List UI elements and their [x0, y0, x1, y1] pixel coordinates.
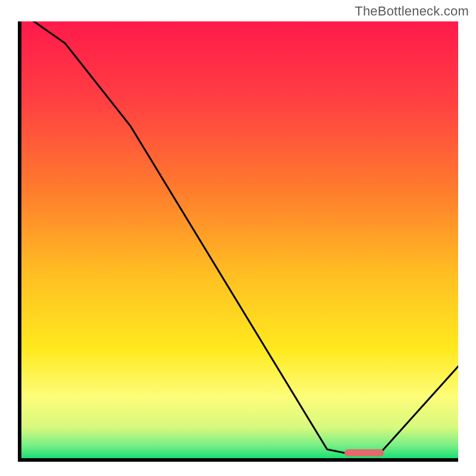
line-layer [21, 21, 458, 458]
optimal-range-marker [345, 449, 384, 456]
plot-frame [18, 21, 458, 462]
bottleneck-curve [21, 21, 458, 454]
chart-container: TheBottleneck.com [0, 0, 476, 476]
watermark-text: TheBottleneck.com [355, 4, 469, 19]
